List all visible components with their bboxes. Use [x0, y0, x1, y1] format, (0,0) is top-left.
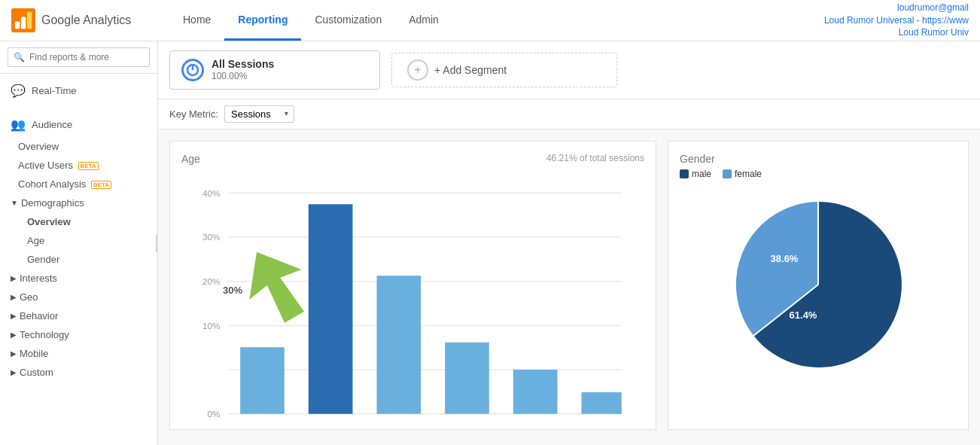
sidebar-item-audience[interactable]: 👥 Audience [0, 112, 157, 137]
logo-area: Google Analytics [11, 8, 169, 32]
sidebar-item-realtime[interactable]: 💬 Real-Time [0, 78, 157, 103]
segment-pill-text: All Sessions 100.00% [212, 57, 274, 83]
sidebar-item-demographics-gender[interactable]: Gender [0, 250, 157, 269]
key-metric-select[interactable]: Sessions Users Pageviews [224, 105, 294, 123]
audience-section: 👥 Audience Overview Active Users BETA Co… [0, 108, 157, 386]
age-chart-title: Age [181, 153, 200, 165]
svg-rect-2 [21, 17, 26, 29]
realtime-label: Real-Time [32, 85, 150, 96]
svg-text:40%: 40% [202, 187, 220, 197]
bar-55-64 [513, 370, 558, 414]
top-header: Google Analytics Home Reporting Customiz… [0, 0, 980, 41]
female-pct-label: 38.6% [771, 253, 799, 264]
main-layout: ◀ 🔍 💬 Real-Time 👥 Audience Overview Acti… [0, 41, 980, 445]
sidebar-item-technology[interactable]: ▶ Technology [0, 325, 157, 344]
realtime-section: 💬 Real-Time [0, 74, 157, 108]
search-input[interactable] [8, 47, 150, 67]
sidebar: ◀ 🔍 💬 Real-Time 👥 Audience Overview Acti… [0, 41, 158, 445]
bar-chart-svg: 40% 30% 20% 10% 0% 18-24 25-34 [181, 177, 644, 418]
legend-item-female: female [723, 169, 762, 179]
gender-chart-card: Gender male female [668, 141, 969, 430]
svg-text:10%: 10% [202, 320, 220, 330]
female-legend-color [723, 169, 732, 178]
segment-name: All Sessions [212, 57, 274, 71]
key-metric-label: Key Metric: [169, 108, 218, 120]
nav-home[interactable]: Home [169, 0, 224, 41]
sidebar-collapse-button[interactable]: ◀ [156, 234, 158, 252]
sidebar-item-custom[interactable]: ▶ Custom [0, 363, 157, 382]
realtime-icon: 💬 [11, 84, 26, 98]
nav-customization[interactable]: Customization [301, 0, 395, 41]
custom-arrow-icon: ▶ [11, 368, 17, 376]
bar-18-24 [240, 347, 285, 414]
sidebar-item-interests[interactable]: ▶ Interests [0, 269, 157, 288]
behavior-arrow-icon: ▶ [11, 312, 17, 320]
all-sessions-segment[interactable]: All Sessions 100.00% [169, 50, 380, 90]
geo-arrow-icon: ▶ [11, 293, 17, 301]
nav-admin[interactable]: Admin [395, 0, 452, 41]
user-org1: Loud Rumor Universal - https://www [824, 14, 969, 27]
segment-bar: All Sessions 100.00% + + Add Segment [158, 41, 980, 99]
interests-arrow-icon: ▶ [11, 274, 17, 282]
sidebar-item-overview[interactable]: Overview [0, 137, 157, 156]
user-area: loudrumor@gmail Loud Rumor Universal - h… [824, 2, 969, 39]
sidebar-item-demographics[interactable]: ▼ Demographics [0, 194, 157, 212]
bar-35-44 [377, 276, 422, 413]
sidebar-item-geo[interactable]: ▶ Geo [0, 288, 157, 306]
add-segment-button[interactable]: + + Add Segment [391, 53, 617, 87]
male-legend-label: male [692, 169, 711, 179]
audience-icon: 👥 [11, 117, 26, 132]
charts-row: Age 46.21% of total sessions 30% [158, 130, 980, 441]
main-nav: Home Reporting Customization Admin [169, 0, 824, 41]
sidebar-search-area: 🔍 [0, 41, 157, 74]
pie-svg: 61.4% 38.6% [686, 187, 950, 398]
sidebar-item-active-users[interactable]: Active Users BETA [0, 156, 157, 175]
audience-label: Audience [32, 119, 150, 130]
age-chart-subtitle: 46.21% of total sessions [546, 153, 644, 163]
bar-25-34 [309, 204, 353, 413]
age-chart-card: Age 46.21% of total sessions 30% [169, 141, 656, 430]
nav-reporting[interactable]: Reporting [224, 0, 301, 41]
add-segment-icon: + [407, 59, 428, 81]
bar-65-plus [582, 392, 622, 414]
add-segment-label: + Add Segment [434, 64, 507, 76]
user-email: loudrumor@gmail [824, 2, 969, 14]
svg-text:20%: 20% [202, 276, 220, 286]
sidebar-item-demographics-overview[interactable]: Overview [0, 212, 157, 231]
demographics-arrow-icon: ▼ [11, 199, 18, 207]
key-metric-select-wrap: Sessions Users Pageviews [224, 105, 294, 123]
pie-legend: male female [680, 169, 957, 179]
segment-pct: 100.00% [212, 71, 274, 83]
sidebar-item-cohort-analysis[interactable]: Cohort Analysis BETA [0, 175, 157, 194]
content-area: All Sessions 100.00% + + Add Segment Key… [158, 41, 980, 445]
sidebar-item-demographics-age[interactable]: Age [0, 231, 157, 250]
logo-text: Google Analytics [41, 14, 131, 27]
svg-rect-1 [15, 22, 20, 29]
key-metric-bar: Key Metric: Sessions Users Pageviews [158, 99, 980, 130]
bar-45-54 [445, 343, 489, 414]
legend-item-male: male [680, 169, 711, 179]
male-legend-color [680, 169, 689, 178]
search-icon: 🔍 [14, 52, 25, 62]
pie-chart-area: 61.4% 38.6% [680, 187, 957, 398]
mobile-arrow-icon: ▶ [11, 349, 17, 358]
technology-arrow-icon: ▶ [11, 331, 17, 339]
gender-chart-title: Gender [680, 153, 957, 165]
user-org2: Loud Rumor Univ [824, 26, 969, 39]
svg-text:30%: 30% [202, 232, 220, 242]
female-legend-label: female [735, 169, 762, 179]
bar-chart-area: 40% 30% 20% 10% 0% 18-24 25-34 [181, 177, 644, 418]
google-analytics-logo-icon [11, 8, 35, 32]
male-pct-label: 61.4% [790, 309, 817, 321]
sidebar-item-behavior[interactable]: ▶ Behavior [0, 306, 157, 325]
svg-rect-3 [27, 12, 32, 29]
all-sessions-icon [181, 59, 204, 81]
sidebar-item-mobile[interactable]: ▶ Mobile [0, 344, 157, 363]
svg-text:0%: 0% [208, 409, 221, 418]
